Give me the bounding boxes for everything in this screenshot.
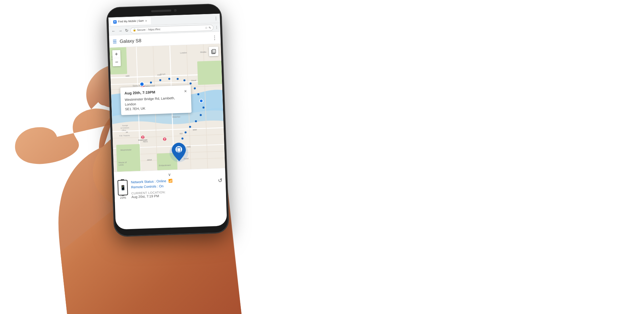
- edit-icon[interactable]: ✎: [208, 26, 211, 29]
- svg-point-73: [200, 99, 203, 102]
- svg-rect-16: [197, 60, 222, 85]
- svg-text:Waterloo: Waterloo: [172, 116, 181, 118]
- svg-text:Office: Office: [122, 129, 126, 131]
- phone-screen: R Find My Mobile | Sam × ⋮ ← → ↻ 🔒 Secur…: [108, 13, 227, 229]
- svg-text:A4: A4: [126, 131, 128, 133]
- bottom-content: 📱 23% Network Status : Online 📶 Remote C…: [117, 176, 223, 199]
- tab-title-text: Find My Mobile | Sam: [118, 19, 144, 23]
- svg-rect-50: [142, 137, 144, 137]
- svg-text:Westminster: Westminster: [120, 149, 131, 151]
- copy-icon: [211, 49, 217, 54]
- bottom-panel: ∨ 📱 23% Network Status : Online 📶: [114, 168, 226, 202]
- back-button[interactable]: ←: [111, 29, 116, 34]
- svg-text:A3016: A3016: [147, 159, 152, 161]
- svg-text:Foreign: Foreign: [122, 124, 128, 127]
- status-info: Network Status : Online 📶 Remote Control…: [131, 177, 215, 199]
- svg-text:Westminster: Westminster: [138, 139, 148, 141]
- zoom-out-button[interactable]: −: [112, 58, 121, 66]
- reload-button[interactable]: ↻: [124, 28, 129, 33]
- battery-percentage: 23%: [120, 196, 126, 199]
- popup-close-button[interactable]: ×: [184, 89, 187, 93]
- browser-more-icon[interactable]: ⋮: [214, 16, 218, 20]
- svg-text:Embankment: Embankment: [159, 164, 171, 167]
- phone-camera: [174, 9, 176, 12]
- device-icon: 📱: [117, 180, 128, 195]
- forward-button[interactable]: →: [117, 28, 123, 33]
- svg-text:& Common.: & Common.: [121, 127, 130, 129]
- hamburger-menu-icon[interactable]: ☰: [112, 39, 117, 44]
- phone-frame: R Find My Mobile | Sam × ⋮ ← → ↻ 🔒 Secur…: [107, 4, 229, 236]
- map-copy-button[interactable]: [209, 47, 218, 56]
- tab-close-button[interactable]: ×: [145, 19, 147, 22]
- svg-text:London: London: [180, 52, 187, 54]
- svg-text:B300: B300: [193, 129, 197, 131]
- svg-text:A400: A400: [125, 75, 129, 77]
- star-icon[interactable]: ☆: [205, 26, 207, 29]
- address-url: https://finc: [148, 28, 161, 31]
- svg-text:Temple: Temple: [160, 73, 166, 75]
- popup-time: Aug 20th, 7:19PM: [124, 90, 155, 95]
- svg-text:H.M. Treasury: H.M. Treasury: [119, 134, 130, 137]
- refresh-button[interactable]: ↺: [218, 177, 222, 183]
- secure-label: Secure: [137, 28, 146, 32]
- app-more-icon[interactable]: ⋮: [212, 35, 217, 41]
- svg-text:A23: A23: [179, 132, 182, 134]
- svg-text:Strand: Strand: [191, 79, 196, 82]
- svg-rect-53: [163, 139, 166, 139]
- popup-header: Aug 20th, 7:19PM ×: [124, 89, 187, 95]
- popup-address-line1: Westminster Bridge Rd, Lambeth, London: [125, 96, 175, 106]
- svg-point-72: [140, 82, 144, 86]
- popup-address: Westminster Bridge Rd, Lambeth, London S…: [125, 95, 187, 111]
- address-separator: |: [147, 28, 147, 31]
- popup-address-line2: SE1 7EH, UK: [125, 106, 146, 111]
- phone-device: R Find My Mobile | Sam × ⋮ ← → ↻ 🔒 Secur…: [107, 4, 229, 236]
- svg-text:A301: A301: [187, 146, 191, 148]
- svg-text:House of: House of: [118, 161, 127, 164]
- main-scene: R Find My Mobile | Sam × ⋮ ← → ↻ 🔒 Secur…: [0, 0, 644, 314]
- secure-icon: 🔒: [132, 29, 136, 32]
- phone-icon: 📱: [120, 185, 126, 191]
- device-icon-box: 📱 23%: [117, 180, 128, 199]
- svg-text:Lords: Lords: [118, 164, 123, 166]
- map-zoom-controls: + −: [112, 50, 121, 66]
- location-popup: Aug 20th, 7:19PM × Westminster Bridge Rd…: [120, 85, 192, 115]
- svg-text:Middle-: Middle-: [200, 51, 207, 53]
- wifi-icon: 📶: [168, 179, 172, 183]
- browser-tab[interactable]: R Find My Mobile | Sam ×: [110, 17, 151, 26]
- phone-speaker: [151, 9, 171, 12]
- svg-rect-17: [116, 144, 141, 172]
- map-area[interactable]: A400 Strand A101 A4 A3211 A23 B300 A301 …: [109, 44, 225, 172]
- app-title: Galaxy S8: [119, 35, 209, 44]
- address-input[interactable]: 🔒 Secure | https://finc ☆ ✎: [130, 25, 213, 34]
- tab-favicon-icon: R: [113, 20, 117, 24]
- address-bar-more[interactable]: ⋮: [215, 26, 218, 29]
- zoom-in-button[interactable]: +: [112, 50, 121, 58]
